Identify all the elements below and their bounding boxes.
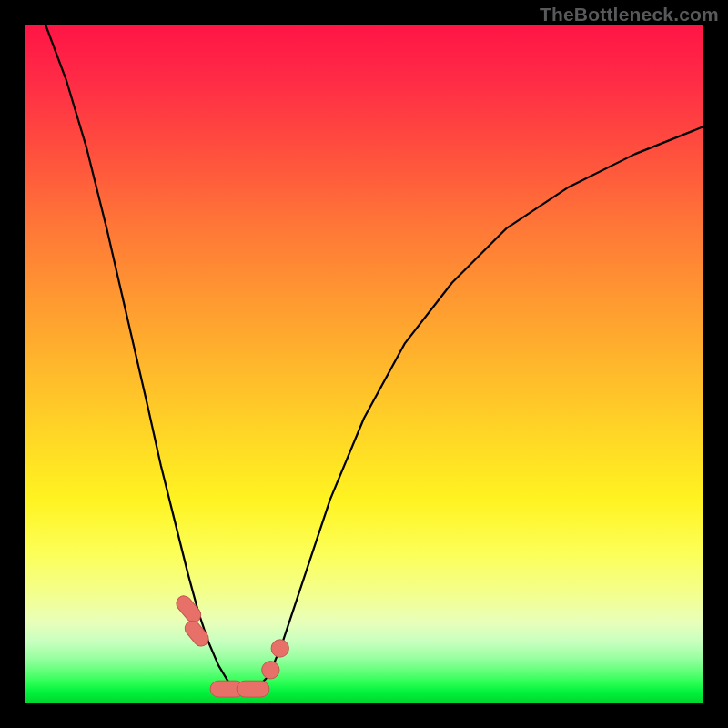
- curve-left-arm: [46, 25, 235, 689]
- marker-dot-5: [271, 640, 288, 657]
- marker-capsule-1: [182, 618, 212, 649]
- curve-right-arm: [256, 127, 703, 690]
- marker-capsule-0: [174, 593, 205, 626]
- marker-dot-4: [262, 662, 279, 679]
- marker-capsule-3: [237, 681, 269, 697]
- chart-frame: [25, 25, 703, 703]
- watermark-text: TheBottleneck.com: [540, 4, 719, 25]
- chart-svg: [25, 25, 703, 703]
